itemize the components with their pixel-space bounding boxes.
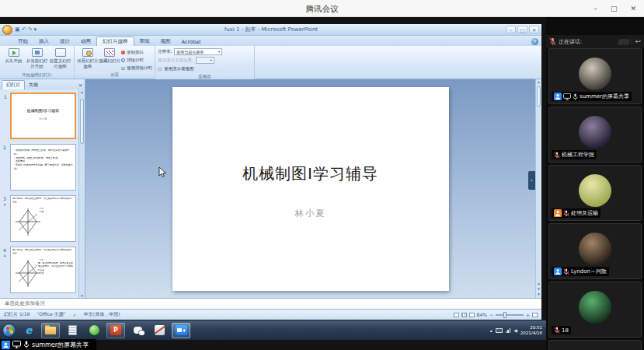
network-icon[interactable] xyxy=(506,328,511,333)
checkbox-checked-icon: ☑ xyxy=(121,66,125,71)
participant-tile[interactable]: 机械工程学院 xyxy=(548,107,642,163)
panel-close-icon[interactable]: ✕ xyxy=(78,82,82,88)
input-method-icon[interactable] xyxy=(496,328,503,333)
participant-tile[interactable]: 18 xyxy=(548,282,642,338)
system-tray: ▴ ◀ 20:51 2021/4/16 xyxy=(490,325,546,336)
slide-thumbnail-2[interactable]: 2 · 点线面综合题（两平面上的点、相对位置点及各面投影） · 点线交线（平面上… xyxy=(10,144,76,191)
panel-scrollbar[interactable]: ▴ ▾ xyxy=(78,89,85,298)
layout-toggle-icon[interactable] xyxy=(623,39,630,45)
presenter-badge-icon xyxy=(554,93,562,100)
zoom-slider[interactable] xyxy=(496,314,524,316)
internet-explorer-icon: e xyxy=(26,325,33,335)
participant-tile[interactable]: 处理及运输 xyxy=(548,165,642,221)
mic-muted-icon xyxy=(563,210,569,217)
participant-name: summer的屏幕共享 xyxy=(580,93,629,100)
zoom-in-icon[interactable]: + xyxy=(526,312,530,317)
clock[interactable]: 20:51 2021/4/16 xyxy=(520,325,542,336)
ppt-minimize-icon[interactable]: – xyxy=(506,26,516,33)
taskbar-item-wechat[interactable] xyxy=(128,323,147,338)
current-slide[interactable]: 机械制图I学习辅导 林小夏 xyxy=(172,87,449,291)
tab-review[interactable]: 审阅 xyxy=(134,37,155,46)
next-slide-flag[interactable]: › xyxy=(528,171,535,190)
taskbar-item-meeting[interactable] xyxy=(172,323,190,338)
scroll-thumb[interactable] xyxy=(537,86,541,107)
collapse-panel-icon[interactable]: ↩ xyxy=(635,38,641,45)
setup-slideshow-button[interactable]: 设置幻灯片放映 xyxy=(77,47,99,72)
next-slide-icon[interactable]: ▾ xyxy=(536,286,541,292)
panel-scroll-thumb[interactable] xyxy=(80,99,84,144)
avatar xyxy=(579,233,611,265)
start-button[interactable] xyxy=(2,324,16,338)
slide-thumbnail-3[interactable]: 3 ✦ 例1 已知A、B两点的三面投影，补全各点投影并判断两点相对位置 xyxy=(10,195,76,242)
taskbar-item-browser[interactable] xyxy=(85,323,103,338)
slide-thumbnail-1[interactable]: 1 机械制图I学习辅导 林小夏 xyxy=(10,93,76,139)
slide-editing-area[interactable]: 机械制图I学习辅导 林小夏 xyxy=(85,79,535,298)
tab-insert[interactable]: 插入 xyxy=(33,37,54,46)
zoom-out-icon[interactable]: − xyxy=(489,312,493,317)
undo-icon[interactable]: ↶ xyxy=(22,26,26,33)
maximize-icon[interactable]: □ xyxy=(611,5,618,12)
help-icon[interactable]: ? xyxy=(531,38,538,45)
panel-tab-outline[interactable]: 大纲 xyxy=(25,81,42,89)
mouse-cursor xyxy=(158,166,167,178)
use-timings-checkbox[interactable]: ☑ 使用排练计时 xyxy=(121,65,152,72)
slide-sorter-view-icon[interactable] xyxy=(461,313,467,317)
windows-logo-icon xyxy=(6,327,13,334)
tab-view[interactable]: 视图 xyxy=(155,37,176,46)
taskbar-item-snip[interactable] xyxy=(150,323,169,338)
minimize-icon[interactable]: – xyxy=(594,5,597,12)
presenter-view-checkbox[interactable]: ☐ 使用演示者视图 xyxy=(158,65,252,73)
close-icon[interactable]: ✕ xyxy=(630,5,636,12)
from-current-slide-button[interactable]: 从当前幻灯片开始 xyxy=(26,47,48,72)
ppt-maximize-icon[interactable]: □ xyxy=(517,26,527,33)
setup-slideshow-icon xyxy=(82,48,93,57)
tab-design[interactable]: 设计 xyxy=(54,37,75,46)
panel-tab-slides[interactable]: 幻灯片 xyxy=(2,80,25,89)
ppt-close-icon[interactable]: ✕ xyxy=(529,26,539,33)
participant-tile[interactable]: Lyndon～问散 xyxy=(548,223,642,279)
quick-access-toolbar: ▣ ↶ ↷ ▾ xyxy=(15,26,37,33)
tray-expand-icon[interactable]: ▴ xyxy=(490,327,493,333)
from-beginning-button[interactable]: 从头开始 xyxy=(2,47,25,72)
slide-title[interactable]: 机械制图I学习辅导 xyxy=(172,163,449,184)
slideshow-view-icon[interactable] xyxy=(469,313,475,317)
taskbar-item-notepad[interactable] xyxy=(63,323,82,338)
rehearse-timings-button[interactable]: 排练计时 xyxy=(121,57,152,64)
mic-icon xyxy=(23,341,30,348)
tab-acrobat[interactable]: Acrobat xyxy=(176,38,207,46)
record-narration-button[interactable]: 录制旁白 xyxy=(121,49,152,56)
hide-slide-icon xyxy=(104,48,115,57)
fit-to-window-icon[interactable] xyxy=(532,313,538,317)
participant-tile[interactable] xyxy=(548,340,642,350)
zoom-slider-thumb[interactable] xyxy=(503,312,506,318)
hide-slide-button[interactable]: 隐藏幻灯片 xyxy=(99,47,121,72)
taskbar-item-powerpoint[interactable]: P xyxy=(106,323,125,338)
tab-home[interactable]: 开始 xyxy=(12,37,33,46)
notes-area[interactable]: 单击此处添加备注 xyxy=(0,298,541,309)
vertical-scrollbar[interactable]: ▴ ▴ ▾ ▾ xyxy=(535,79,541,298)
speaking-label: 正在讲话: xyxy=(559,38,582,46)
custom-slideshow-button[interactable]: 自定义幻灯片放映 xyxy=(49,47,71,72)
office-button[interactable] xyxy=(2,25,12,35)
redo-icon[interactable]: ↷ xyxy=(28,26,33,33)
participant-tile[interactable]: summer的屏幕共享 xyxy=(548,48,642,104)
folder-icon xyxy=(45,327,56,334)
resolution-select[interactable]: 使用当前分辨率 ▾ xyxy=(174,48,222,55)
app-window: 腾讯会议 – □ ✕ ▣ ↶ ↷ ▾ fuxi 1 - 副本 - Microso… xyxy=(0,0,644,350)
scroll-down-icon[interactable]: ▾ xyxy=(536,292,541,297)
zoom-level: 84% xyxy=(477,312,487,317)
previous-slide-icon[interactable]: ▴ xyxy=(536,281,541,286)
ppt-window-title: fuxi 1 - 副本 - Microsoft PowerPoint xyxy=(37,26,506,33)
normal-view-icon[interactable] xyxy=(454,313,459,317)
tab-animations[interactable]: 动画 xyxy=(75,37,96,46)
taskbar-item-ie[interactable]: e xyxy=(19,323,38,338)
save-icon[interactable]: ▣ xyxy=(15,26,20,33)
volume-icon[interactable]: ◀ xyxy=(513,327,517,333)
slide-thumbnail-4[interactable]: 4 ✦ 例1 已知A、B两点的三面投影，补全各点投影并判断两点相对位置 xyxy=(10,247,76,293)
presenter-badge-icon xyxy=(554,268,562,275)
animation-star-icon: ✦ xyxy=(3,254,6,258)
tab-slideshow[interactable]: 幻灯片放映 xyxy=(96,37,134,46)
taskbar-item-explorer[interactable] xyxy=(41,323,60,338)
slide-subtitle[interactable]: 林小夏 xyxy=(172,208,449,219)
language-indicator[interactable]: 中文(简体，中国) xyxy=(84,311,120,318)
